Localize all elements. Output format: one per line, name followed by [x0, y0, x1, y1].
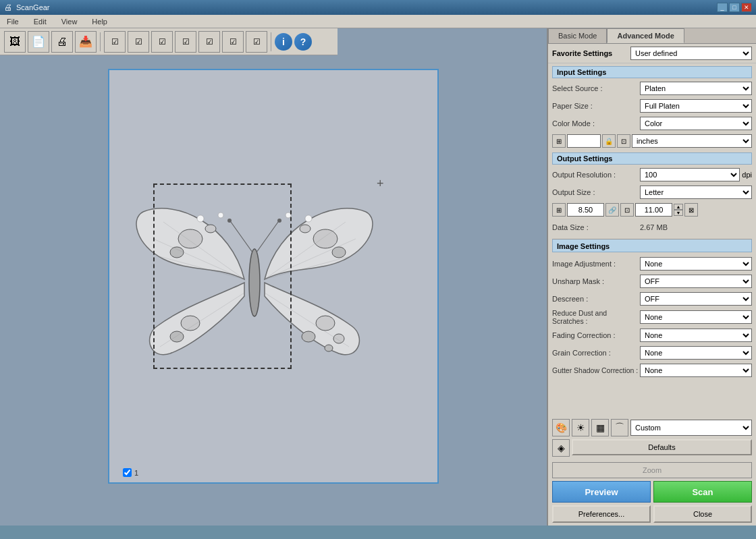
output-resolution-select[interactable]: 100 [640, 168, 740, 181]
histogram-btn[interactable]: ▦ [591, 419, 609, 436]
check4-btn[interactable]: ☑ [175, 31, 196, 53]
photo-btn[interactable]: 🖼 [4, 31, 26, 53]
preview-btn[interactable]: Preview [552, 481, 651, 503]
svg-point-9 [325, 345, 333, 351]
svg-point-1 [170, 247, 184, 258]
unsharp-mask-row: Unsharp Mask : OFF [552, 274, 752, 289]
menu-view[interactable]: View [57, 16, 82, 27]
data-size-row: Data Size : 2.67 MB [552, 220, 752, 235]
data-size-label: Data Size : [552, 223, 640, 231]
zoom-btn[interactable]: Zoom [552, 462, 752, 478]
unsharp-mask-select[interactable]: OFF [640, 275, 752, 288]
fading-correction-select[interactable]: None [640, 329, 752, 342]
select-source-control: Platen [640, 82, 752, 95]
check1-btn[interactable]: ☑ [104, 31, 126, 53]
svg-point-2 [205, 225, 216, 233]
check6-btn[interactable]: ☑ [222, 31, 244, 53]
check2-btn[interactable]: ☑ [128, 31, 149, 53]
brightness-btn[interactable]: ☀ [572, 419, 589, 436]
favorite-settings-label: Favorite Settings [552, 49, 626, 57]
spinner-up[interactable]: ▲ [674, 204, 683, 210]
preview-canvas[interactable]: + 1 [108, 69, 439, 484]
image-adjustment-select[interactable]: None [640, 257, 752, 271]
width-input[interactable] [567, 203, 604, 217]
separator1 [100, 32, 101, 51]
doc-btn[interactable]: 📄 [28, 31, 49, 53]
dimension-row: ⊞ 🔒 ⊡ inches [552, 134, 752, 148]
color-mode-select[interactable]: Color [640, 117, 752, 130]
gutter-shadow-label: Gutter Shadow Correction : [552, 366, 640, 374]
tab-advanced[interactable]: Advanced Mode [607, 28, 684, 43]
svg-point-8 [333, 334, 344, 343]
reduce-dust-label: Reduce Dust and Scratches : [552, 309, 640, 325]
output-settings-header: Output Settings [552, 152, 752, 165]
svg-point-26 [218, 212, 223, 218]
output-size-select[interactable]: Letter [640, 186, 752, 199]
preview-panel: 🖼 📄 🖨 📥 ☑ ☑ ☑ ☑ ☑ ☑ ☑ i ? [0, 28, 547, 526]
fading-correction-label: Fading Correction : [552, 331, 640, 339]
menu-help[interactable]: Help [88, 16, 111, 27]
favorite-settings-row: Favorite Settings User defined [548, 44, 756, 63]
height-icon[interactable]: ⊡ [620, 203, 634, 217]
width-icon[interactable]: ⊞ [552, 203, 566, 217]
dimension-input1[interactable] [567, 134, 601, 148]
defaults-btn[interactable]: Defaults [572, 439, 752, 455]
sharpen-btn[interactable]: ◈ [552, 439, 570, 457]
output-resolution-control: 100 dpi [640, 168, 752, 181]
preview-checkbox-area[interactable]: 1 [123, 468, 138, 477]
svg-line-15 [256, 222, 278, 252]
favorite-settings-select[interactable]: User defined [630, 47, 752, 60]
svg-point-7 [302, 331, 315, 342]
gutter-shadow-select[interactable]: None [640, 364, 752, 377]
info-btn[interactable]: i [275, 33, 292, 51]
color-adj-btn[interactable]: 🎨 [552, 419, 570, 436]
svg-line-13 [231, 222, 252, 252]
output-icon[interactable]: ⊠ [684, 203, 698, 217]
image-adjustment-row: Image Adjustment : None [552, 256, 752, 271]
dimension-icon2[interactable]: ⊡ [617, 134, 630, 148]
action-row: Preview Scan [552, 481, 752, 503]
check7-btn[interactable]: ☑ [246, 31, 267, 53]
maximize-button[interactable]: □ [729, 3, 740, 12]
help-btn[interactable]: ? [294, 33, 312, 51]
descreen-select[interactable]: OFF [640, 292, 752, 306]
curve-btn[interactable]: ⌒ [611, 419, 628, 436]
select-source-select[interactable]: Platen [640, 82, 752, 95]
spinner: ▲ ▼ [674, 204, 683, 216]
spinner-down[interactable]: ▼ [674, 210, 683, 216]
image-settings-scroll[interactable]: Image Adjustment : None Unsharp Mask : O… [552, 255, 752, 390]
check3-btn[interactable]: ☑ [151, 31, 173, 53]
minimize-button[interactable]: _ [717, 3, 728, 12]
close-btn[interactable]: Close [653, 505, 752, 523]
output-size-row: Output Size : Letter [552, 185, 752, 200]
save-btn[interactable]: 📥 [75, 31, 97, 53]
input-settings-header: Input Settings [552, 66, 752, 78]
custom-select[interactable]: Custom [630, 420, 752, 436]
height-input[interactable] [635, 203, 672, 217]
paper-size-label: Paper Size : [552, 102, 640, 110]
image-settings-header: Image Settings [552, 239, 752, 252]
link-icon[interactable]: 🔗 [605, 203, 619, 217]
color-mode-row: Color Mode : Color [552, 116, 752, 131]
check5-btn[interactable]: ☑ [198, 31, 220, 53]
paper-size-select[interactable]: Full Platen [640, 99, 752, 113]
tab-bar: Basic Mode Advanced Mode [548, 28, 756, 44]
units-select[interactable]: inches [632, 134, 752, 148]
tab-basic[interactable]: Basic Mode [548, 28, 607, 43]
scanner-btn[interactable]: 🖨 [51, 31, 73, 53]
app-title: ScanGear [16, 3, 713, 11]
menu-edit[interactable]: Edit [30, 16, 51, 27]
grain-correction-select[interactable]: None [640, 346, 752, 360]
reduce-dust-select[interactable]: None [640, 310, 752, 324]
svg-point-14 [227, 219, 232, 223]
close-window-button[interactable]: ✕ [741, 3, 752, 12]
scan-btn[interactable]: Scan [653, 481, 752, 503]
lock-icon[interactable]: 🔒 [602, 134, 616, 148]
svg-point-16 [277, 219, 281, 223]
preferences-btn[interactable]: Preferences... [552, 505, 651, 523]
app-icon: 🖨 [4, 3, 12, 12]
menu-file[interactable]: File [3, 16, 23, 27]
page-checkbox[interactable] [123, 468, 132, 477]
dimension-icon1[interactable]: ⊞ [552, 134, 566, 148]
grain-correction-label: Grain Correction : [552, 349, 640, 357]
